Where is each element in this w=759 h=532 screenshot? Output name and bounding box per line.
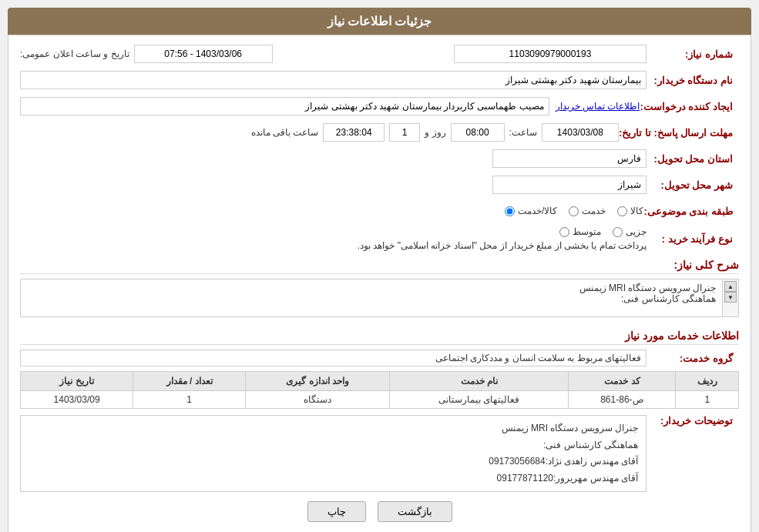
ijadKonande-label: ایجاد کننده درخواست:: [640, 101, 739, 112]
noeFarayand-jozi-label: جزیی: [626, 226, 646, 237]
mohlat-saat-label: ساعت:: [509, 127, 537, 138]
bazgasht-button[interactable]: بازگشت: [378, 501, 452, 522]
toseef-label: توضیحات خریدار:: [646, 415, 739, 427]
noeFarayand-notice: پرداخت تمام یا بخشی از مبلغ خریدار از مح…: [358, 240, 646, 251]
namDastgah-input[interactable]: [20, 71, 646, 89]
tabaqe-kala-khadamat-radio[interactable]: [505, 206, 515, 216]
col-tarikh: تاریخ نیاز: [21, 372, 133, 391]
mohlat-roz-input[interactable]: [389, 123, 420, 142]
taarikh-input[interactable]: [134, 45, 273, 63]
ostan-input[interactable]: [492, 149, 646, 168]
etelaat-section-title: اطلاعات خدمات مورد نیاز: [20, 330, 739, 345]
ostan-label: استان محل تحویل:: [646, 153, 739, 165]
noeFarayand-motavaset-radio[interactable]: [559, 227, 569, 237]
sharhKoli-content: جنرال سرویس دستگاه MRI زیمنس هماهنگی کار…: [21, 279, 722, 316]
table-row: 1ص-86-861فعالیتهای بیمارستانیدستگاه11403…: [21, 391, 739, 409]
taarikh-label: تاریخ و ساعت اعلان عمومی:: [20, 49, 129, 59]
mohlat-saat-input[interactable]: [451, 123, 505, 142]
col-vahed: واحد اندازه گیری: [246, 372, 390, 391]
tabaqe-khadamat-label: خدمت: [582, 206, 606, 216]
mohlat-date-input[interactable]: [542, 123, 619, 142]
shomareNiaz-label: شماره نیاز:: [646, 49, 739, 60]
mohlat-baqi-label: ساعت باقی مانده: [251, 127, 319, 138]
service-table: ردیف کد خدمت نام خدمت واحد اندازه گیری ت…: [20, 371, 739, 409]
col-tedad: تعداد / مقدار: [133, 372, 246, 391]
mohlat-label: مهلت ارسال پاسخ: تا تاریخ:: [619, 127, 739, 139]
col-nam: نام خدمت: [390, 372, 569, 391]
scroll-down-btn[interactable]: ▼: [724, 292, 737, 303]
noeFarayand-label: نوع فرآیند خرید :: [646, 233, 739, 245]
tabaqe-kala-label: کالا: [630, 206, 643, 216]
tabaqe-kala-radio[interactable]: [617, 206, 627, 216]
page-title: جزئیات اطلاعات نیاز: [8, 8, 751, 35]
noeFarayand-motavaset-label: متوسط: [573, 226, 601, 237]
chap-button[interactable]: چاپ: [307, 501, 366, 522]
shahr-input[interactable]: [492, 176, 646, 194]
shomareNiaz-input[interactable]: [454, 45, 646, 63]
noeFarayand-jozi-radio[interactable]: [613, 227, 623, 237]
toseef-content: جنرال سرویس دستگاه MRI زیمنس هماهنگی کار…: [20, 415, 646, 492]
namDastgah-label: نام دستگاه خریدار:: [646, 75, 739, 86]
scroll-up-btn[interactable]: ▲: [724, 281, 737, 292]
grohe-label: گروه خدمت:: [646, 353, 739, 364]
tabaqe-label: طبقه بندی موضوعی:: [643, 206, 739, 217]
tabaqe-kala-khadamat-label: کالا/خدمت: [518, 206, 557, 216]
mohlat-baqi-input[interactable]: [323, 123, 385, 142]
shahr-label: شهر محل تحویل:: [646, 179, 739, 191]
mohlat-roz-label: روز و: [425, 127, 445, 138]
col-kod: کد خدمت: [569, 372, 676, 391]
ijadKonande-link[interactable]: اطلاعات تماس خریدار: [556, 101, 640, 112]
grohe-value: فعالیتهای مربوط به سلامت انسان و مددکاری…: [20, 350, 646, 366]
tabaqe-khadamat-radio[interactable]: [569, 206, 579, 216]
sharhKoli-section-title: شرح کلی نیاز:: [20, 259, 739, 274]
ijadKonande-input[interactable]: [20, 97, 549, 115]
col-radif: ردیف: [676, 372, 739, 391]
